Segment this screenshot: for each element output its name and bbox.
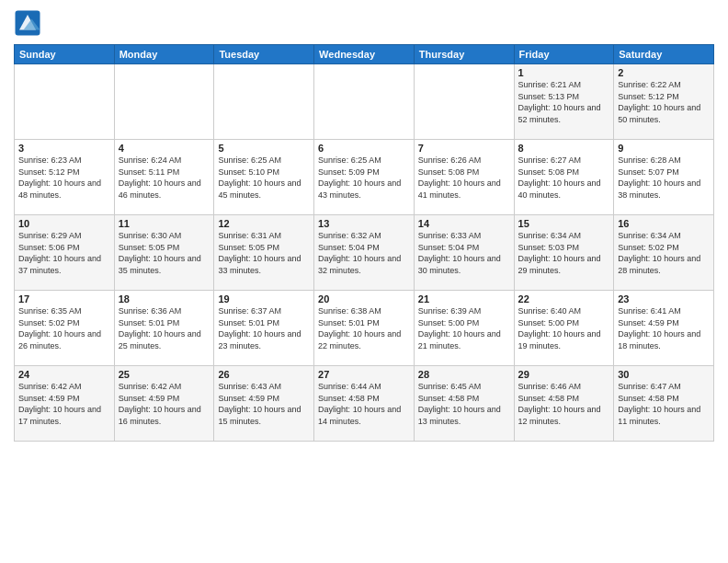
calendar-week-row: 10Sunrise: 6:29 AM Sunset: 5:06 PM Dayli… <box>15 215 714 291</box>
day-info: Sunrise: 6:33 AM Sunset: 5:04 PM Dayligh… <box>418 230 510 276</box>
calendar-cell: 16Sunrise: 6:34 AM Sunset: 5:02 PM Dayli… <box>614 215 714 291</box>
day-info: Sunrise: 6:34 AM Sunset: 5:03 PM Dayligh… <box>518 230 610 276</box>
day-number: 26 <box>218 369 310 380</box>
day-number: 3 <box>18 143 110 154</box>
day-number: 28 <box>418 369 510 380</box>
day-number: 30 <box>618 369 710 380</box>
day-info: Sunrise: 6:27 AM Sunset: 5:08 PM Dayligh… <box>518 155 610 201</box>
calendar-cell: 19Sunrise: 6:37 AM Sunset: 5:01 PM Dayli… <box>214 291 314 366</box>
calendar-cell: 1Sunrise: 6:21 AM Sunset: 5:13 PM Daylig… <box>514 64 614 140</box>
calendar-body: 1Sunrise: 6:21 AM Sunset: 5:13 PM Daylig… <box>15 64 714 442</box>
day-info: Sunrise: 6:32 AM Sunset: 5:04 PM Dayligh… <box>318 230 410 276</box>
calendar-cell: 24Sunrise: 6:42 AM Sunset: 4:59 PM Dayli… <box>15 366 115 442</box>
calendar-cell: 25Sunrise: 6:42 AM Sunset: 4:59 PM Dayli… <box>114 366 214 442</box>
day-info: Sunrise: 6:26 AM Sunset: 5:08 PM Dayligh… <box>418 155 510 201</box>
calendar-cell: 13Sunrise: 6:32 AM Sunset: 5:04 PM Dayli… <box>314 215 415 291</box>
day-info: Sunrise: 6:46 AM Sunset: 4:58 PM Dayligh… <box>518 381 610 427</box>
calendar-cell: 8Sunrise: 6:27 AM Sunset: 5:08 PM Daylig… <box>514 140 614 215</box>
weekday-header: Thursday <box>414 45 514 64</box>
day-number: 20 <box>318 293 410 304</box>
day-info: Sunrise: 6:35 AM Sunset: 5:02 PM Dayligh… <box>18 305 110 351</box>
weekday-header: Saturday <box>614 45 714 64</box>
day-number: 29 <box>518 369 610 380</box>
day-number: 14 <box>418 218 510 229</box>
calendar-week-row: 3Sunrise: 6:23 AM Sunset: 5:12 PM Daylig… <box>15 140 714 215</box>
day-info: Sunrise: 6:38 AM Sunset: 5:01 PM Dayligh… <box>318 305 410 351</box>
weekday-header: Sunday <box>15 45 115 64</box>
calendar-cell: 26Sunrise: 6:43 AM Sunset: 4:59 PM Dayli… <box>214 366 314 442</box>
calendar-cell: 5Sunrise: 6:25 AM Sunset: 5:10 PM Daylig… <box>214 140 314 215</box>
day-info: Sunrise: 6:23 AM Sunset: 5:12 PM Dayligh… <box>18 155 110 201</box>
day-number: 24 <box>18 369 110 380</box>
calendar-cell: 2Sunrise: 6:22 AM Sunset: 5:12 PM Daylig… <box>614 64 714 140</box>
day-info: Sunrise: 6:41 AM Sunset: 4:59 PM Dayligh… <box>618 305 710 351</box>
weekday-header: Tuesday <box>214 45 314 64</box>
day-number: 5 <box>218 143 310 154</box>
calendar-week-row: 24Sunrise: 6:42 AM Sunset: 4:59 PM Dayli… <box>15 366 714 442</box>
logo-icon <box>14 9 41 37</box>
calendar-cell <box>414 64 514 140</box>
day-info: Sunrise: 6:45 AM Sunset: 4:58 PM Dayligh… <box>418 381 510 427</box>
day-info: Sunrise: 6:31 AM Sunset: 5:05 PM Dayligh… <box>218 230 310 276</box>
calendar-cell: 18Sunrise: 6:36 AM Sunset: 5:01 PM Dayli… <box>114 291 214 366</box>
day-info: Sunrise: 6:42 AM Sunset: 4:59 PM Dayligh… <box>18 381 110 427</box>
day-number: 11 <box>119 218 210 229</box>
day-number: 12 <box>218 218 310 229</box>
calendar-cell: 15Sunrise: 6:34 AM Sunset: 5:03 PM Dayli… <box>514 215 614 291</box>
day-number: 2 <box>618 67 710 78</box>
day-info: Sunrise: 6:24 AM Sunset: 5:11 PM Dayligh… <box>119 155 210 201</box>
day-number: 17 <box>18 293 110 304</box>
day-number: 18 <box>119 293 210 304</box>
day-info: Sunrise: 6:22 AM Sunset: 5:12 PM Dayligh… <box>618 79 710 125</box>
calendar-cell <box>214 64 314 140</box>
calendar-header-row: SundayMondayTuesdayWednesdayThursdayFrid… <box>15 45 714 64</box>
header <box>14 9 714 37</box>
day-number: 21 <box>418 293 510 304</box>
calendar-week-row: 1Sunrise: 6:21 AM Sunset: 5:13 PM Daylig… <box>15 64 714 140</box>
day-number: 27 <box>318 369 410 380</box>
day-number: 1 <box>518 67 610 78</box>
calendar-cell: 30Sunrise: 6:47 AM Sunset: 4:58 PM Dayli… <box>614 366 714 442</box>
calendar-cell: 7Sunrise: 6:26 AM Sunset: 5:08 PM Daylig… <box>414 140 514 215</box>
day-number: 13 <box>318 218 410 229</box>
day-number: 7 <box>418 143 510 154</box>
calendar-cell <box>114 64 214 140</box>
calendar-cell: 17Sunrise: 6:35 AM Sunset: 5:02 PM Dayli… <box>15 291 115 366</box>
day-number: 9 <box>618 143 710 154</box>
day-info: Sunrise: 6:28 AM Sunset: 5:07 PM Dayligh… <box>618 155 710 201</box>
calendar-cell: 4Sunrise: 6:24 AM Sunset: 5:11 PM Daylig… <box>114 140 214 215</box>
calendar-cell: 22Sunrise: 6:40 AM Sunset: 5:00 PM Dayli… <box>514 291 614 366</box>
day-info: Sunrise: 6:29 AM Sunset: 5:06 PM Dayligh… <box>18 230 110 276</box>
calendar-cell: 10Sunrise: 6:29 AM Sunset: 5:06 PM Dayli… <box>15 215 115 291</box>
day-info: Sunrise: 6:47 AM Sunset: 4:58 PM Dayligh… <box>618 381 710 427</box>
day-number: 16 <box>618 218 710 229</box>
calendar-table: SundayMondayTuesdayWednesdayThursdayFrid… <box>14 44 714 442</box>
day-info: Sunrise: 6:42 AM Sunset: 4:59 PM Dayligh… <box>119 381 210 427</box>
day-number: 8 <box>518 143 610 154</box>
day-info: Sunrise: 6:34 AM Sunset: 5:02 PM Dayligh… <box>618 230 710 276</box>
day-info: Sunrise: 6:43 AM Sunset: 4:59 PM Dayligh… <box>218 381 310 427</box>
calendar-cell <box>314 64 415 140</box>
day-info: Sunrise: 6:37 AM Sunset: 5:01 PM Dayligh… <box>218 305 310 351</box>
calendar-cell: 27Sunrise: 6:44 AM Sunset: 4:58 PM Dayli… <box>314 366 415 442</box>
calendar-cell: 6Sunrise: 6:25 AM Sunset: 5:09 PM Daylig… <box>314 140 415 215</box>
day-number: 4 <box>119 143 210 154</box>
logo <box>14 9 45 37</box>
day-info: Sunrise: 6:36 AM Sunset: 5:01 PM Dayligh… <box>119 305 210 351</box>
calendar-cell: 3Sunrise: 6:23 AM Sunset: 5:12 PM Daylig… <box>15 140 115 215</box>
day-info: Sunrise: 6:25 AM Sunset: 5:10 PM Dayligh… <box>218 155 310 201</box>
calendar-cell <box>15 64 115 140</box>
day-number: 10 <box>18 218 110 229</box>
day-info: Sunrise: 6:40 AM Sunset: 5:00 PM Dayligh… <box>518 305 610 351</box>
calendar-cell: 11Sunrise: 6:30 AM Sunset: 5:05 PM Dayli… <box>114 215 214 291</box>
calendar-cell: 12Sunrise: 6:31 AM Sunset: 5:05 PM Dayli… <box>214 215 314 291</box>
day-info: Sunrise: 6:21 AM Sunset: 5:13 PM Dayligh… <box>518 79 610 125</box>
day-number: 6 <box>318 143 410 154</box>
day-number: 23 <box>618 293 710 304</box>
calendar-cell: 14Sunrise: 6:33 AM Sunset: 5:04 PM Dayli… <box>414 215 514 291</box>
day-number: 25 <box>119 369 210 380</box>
day-info: Sunrise: 6:25 AM Sunset: 5:09 PM Dayligh… <box>318 155 410 201</box>
weekday-header: Friday <box>514 45 614 64</box>
day-info: Sunrise: 6:44 AM Sunset: 4:58 PM Dayligh… <box>318 381 410 427</box>
calendar-cell: 28Sunrise: 6:45 AM Sunset: 4:58 PM Dayli… <box>414 366 514 442</box>
